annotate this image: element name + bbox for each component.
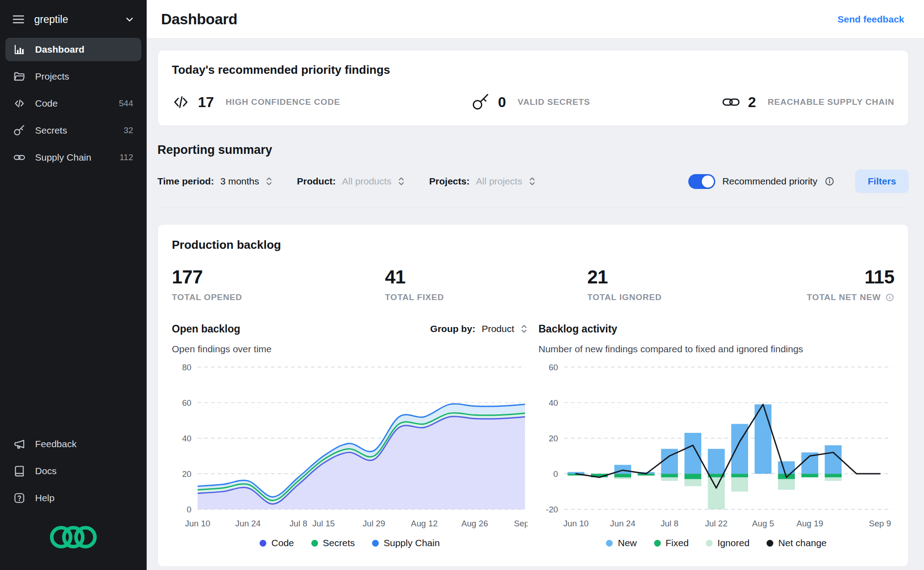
projects-value: All projects — [476, 176, 522, 187]
open-backlog-section: Open backlog Group by: Product — [172, 321, 528, 548]
svg-text:Jul 29: Jul 29 — [363, 519, 385, 528]
stat-value: 0 — [498, 94, 506, 111]
select-chevron-icon — [529, 176, 536, 187]
code-icon — [13, 98, 25, 109]
legend-item-fixed: Fixed — [654, 538, 689, 548]
stat-value: 41 — [385, 266, 588, 288]
stat-label: VALID SECRETS — [518, 97, 590, 107]
backlog-activity-legend: New Fixed Ignored Net change — [538, 538, 894, 548]
group-by-control: Group by: Product — [430, 323, 528, 334]
legend-dot — [606, 540, 613, 547]
hamburger-menu-icon[interactable] — [12, 13, 25, 26]
help-icon — [13, 492, 25, 504]
stat-valid-secrets: 0 VALID SECRETS — [472, 93, 590, 111]
sidebar-item-label: Secrets — [35, 125, 67, 136]
legend-dot — [706, 540, 713, 547]
product-filter: Product: All products — [297, 176, 405, 187]
sidebar-item-supply-chain[interactable]: Supply Chain 112 — [5, 146, 141, 169]
open-backlog-chart: 020406080Jun 10Jun 24Jul 8Jul 15Jul 29Au… — [172, 358, 528, 537]
time-period-filter: Time period: 3 months — [157, 176, 273, 187]
info-icon[interactable] — [825, 176, 834, 186]
sidebar-item-count: 112 — [120, 153, 133, 162]
projects-select[interactable]: All projects — [476, 176, 536, 187]
sidebar-item-label: Help — [35, 493, 54, 503]
filters-row: Time period: 3 months Product: All produ… — [157, 170, 909, 208]
stat-label: TOTAL IGNORED — [587, 292, 807, 302]
stat-value: 177 — [172, 266, 385, 288]
charts-row: Open backlog Group by: Product — [172, 321, 894, 548]
svg-text:Sep 9: Sep 9 — [514, 519, 528, 528]
open-backlog-header: Open backlog Group by: Product — [172, 321, 528, 337]
recommended-priority-group: Recommended priority — [688, 174, 834, 189]
legend-dot — [654, 540, 661, 547]
legend-item-secrets: Secrets — [311, 538, 355, 548]
sidebar-item-docs[interactable]: Docs — [5, 459, 141, 483]
backlog-activity-section: Backlog activity Number of new findings … — [538, 321, 894, 548]
product-select[interactable]: All products — [342, 176, 405, 187]
recommended-priority-label: Recommended priority — [722, 176, 817, 187]
stat-total-fixed: 41 TOTAL FIXED — [385, 266, 588, 302]
group-by-value: Product — [482, 323, 514, 334]
svg-text:Jun 10: Jun 10 — [185, 519, 210, 528]
info-icon[interactable] — [885, 293, 894, 302]
group-by-select[interactable]: Product — [482, 323, 528, 334]
legend-item-ignored: Ignored — [706, 538, 749, 548]
stat-label: TOTAL OPENED — [172, 292, 385, 302]
stat-total-opened: 177 TOTAL OPENED — [172, 266, 385, 302]
open-backlog-subtitle: Open findings over time — [172, 344, 528, 355]
sidebar-item-feedback[interactable]: Feedback — [5, 432, 141, 456]
svg-text:Aug 12: Aug 12 — [411, 519, 437, 528]
main-area: Dashboard Send feedback Today's recommen… — [147, 0, 924, 570]
stat-label: TOTAL FIXED — [385, 292, 588, 302]
svg-text:Jul 15: Jul 15 — [312, 519, 335, 528]
projects-label: Projects: — [429, 176, 470, 187]
sidebar-item-projects[interactable]: Projects — [5, 65, 141, 88]
chain-icon — [722, 93, 740, 111]
workspace-selector[interactable]: greptile — [0, 0, 147, 36]
sidebar-item-dashboard[interactable]: Dashboard — [5, 38, 141, 61]
backlog-activity-chart: -200204060Jun 10Jun 24Jul 8Jul 22Aug 5Au… — [538, 358, 894, 537]
stat-total-ignored: 21 TOTAL IGNORED — [587, 266, 807, 302]
sidebar-item-label: Code — [35, 98, 58, 109]
product-value: All products — [342, 176, 391, 187]
send-feedback-link[interactable]: Send feedback — [838, 14, 904, 25]
stat-high-confidence-code: 17 HIGH CONFIDENCE CODE — [172, 93, 340, 111]
megaphone-icon — [13, 438, 25, 450]
select-chevron-icon — [520, 323, 528, 334]
time-period-select[interactable]: 3 months — [220, 176, 273, 187]
time-period-value: 3 months — [220, 176, 259, 187]
backlog-activity-title: Backlog activity — [538, 323, 617, 335]
book-icon — [13, 465, 25, 477]
filters-button[interactable]: Filters — [855, 170, 909, 193]
legend-dot — [311, 540, 318, 547]
page-title: Dashboard — [161, 11, 238, 28]
backlog-stats-row: 177 TOTAL OPENED 41 TOTAL FIXED 21 TOTAL… — [172, 266, 894, 302]
backlog-activity-header: Backlog activity — [538, 321, 894, 337]
svg-text:80: 80 — [182, 363, 192, 372]
sidebar-item-label: Supply Chain — [35, 152, 91, 163]
svg-text:-20: -20 — [546, 505, 558, 514]
stat-value: 17 — [198, 94, 214, 111]
recommended-priority-toggle[interactable] — [688, 174, 715, 189]
backlog-card-title: Production backlog — [172, 238, 894, 252]
svg-text:Sep 9: Sep 9 — [869, 519, 891, 528]
svg-text:Aug 26: Aug 26 — [461, 519, 488, 528]
sidebar-item-secrets[interactable]: Secrets 32 — [5, 119, 141, 142]
app-root: greptile Dashboard Projects — [0, 0, 924, 570]
svg-text:Jul 8: Jul 8 — [660, 519, 678, 528]
svg-text:Jun 24: Jun 24 — [610, 519, 635, 528]
workspace-name: greptile — [34, 13, 115, 26]
svg-text:Aug 19: Aug 19 — [796, 519, 823, 528]
open-backlog-legend: Code Secrets Supply Chain — [172, 538, 528, 548]
sidebar-item-help[interactable]: Help — [5, 486, 141, 510]
content: Today's recommended priority findings 17… — [147, 39, 924, 570]
sidebar-item-count: 32 — [124, 126, 133, 135]
svg-text:20: 20 — [182, 469, 192, 479]
reporting-summary-title: Reporting summary — [157, 143, 909, 157]
sidebar-item-label: Docs — [35, 466, 57, 476]
key-icon — [13, 125, 25, 136]
sidebar-item-code[interactable]: Code 544 — [5, 92, 141, 115]
select-chevron-icon — [265, 176, 273, 187]
toggle-knob — [702, 175, 714, 188]
sidebar: greptile Dashboard Projects — [0, 0, 147, 570]
